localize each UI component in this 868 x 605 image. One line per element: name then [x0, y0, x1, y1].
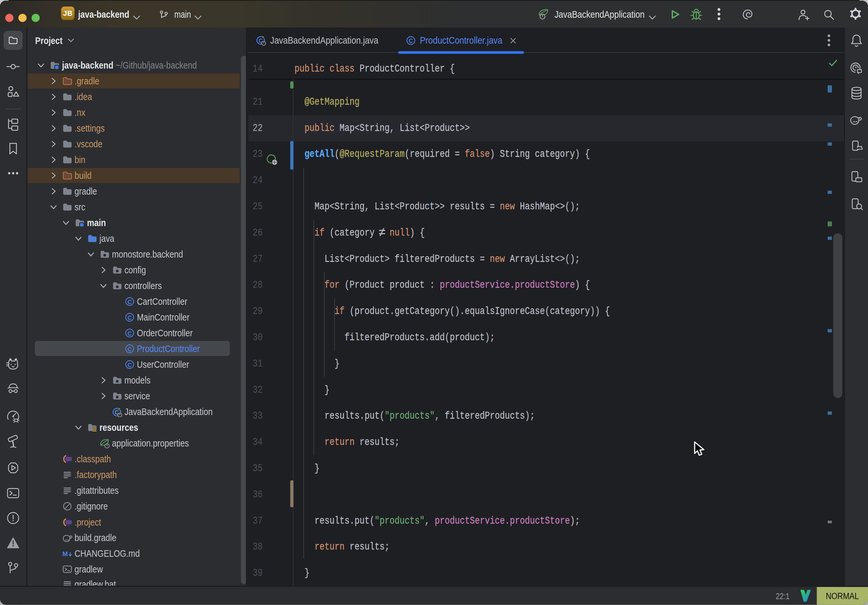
svg-text:C: C: [128, 299, 132, 305]
svg-text:C: C: [128, 362, 132, 368]
svg-text:C: C: [128, 330, 132, 337]
svg-text:C: C: [128, 346, 132, 353]
svg-text:M: M: [62, 550, 68, 557]
svg-text:C: C: [409, 38, 413, 44]
svg-text:C: C: [128, 315, 132, 321]
